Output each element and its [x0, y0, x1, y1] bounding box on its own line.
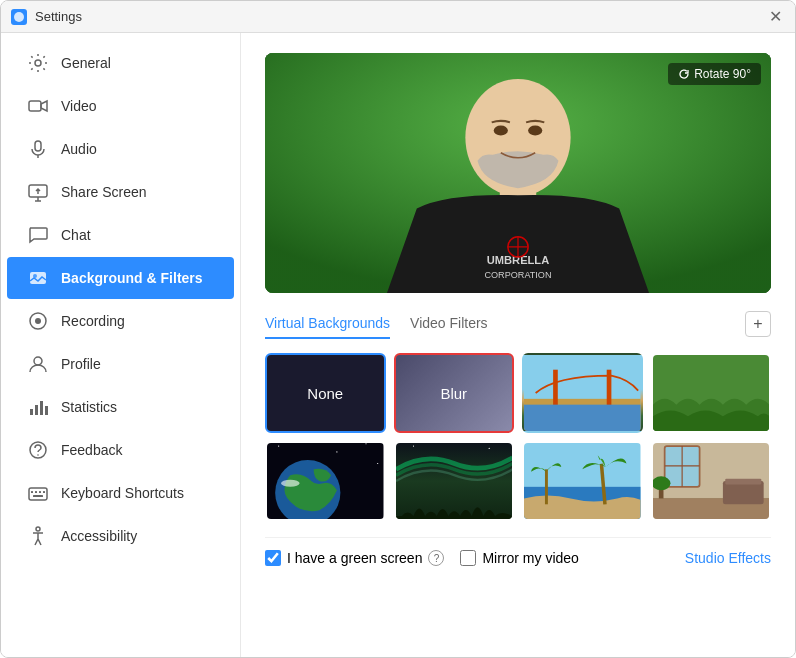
tab-virtual-backgrounds[interactable]: Virtual Backgrounds [265, 309, 390, 339]
add-background-button[interactable]: + [745, 311, 771, 337]
sidebar-label-profile: Profile [61, 356, 101, 372]
feedback-icon [27, 439, 49, 461]
sidebar-label-feedback: Feedback [61, 442, 122, 458]
svg-rect-19 [35, 491, 37, 493]
sidebar-label-recording: Recording [61, 313, 125, 329]
chat-icon [27, 224, 49, 246]
bridge-illustration [524, 355, 641, 431]
settings-window: Settings ✕ General [0, 0, 796, 658]
svg-rect-17 [29, 488, 47, 500]
svg-rect-35 [553, 370, 558, 411]
background-item-aurora[interactable] [394, 441, 515, 521]
footer-row: I have a green screen ? Mirror my video … [265, 537, 771, 566]
background-item-nature[interactable] [651, 353, 772, 433]
svg-rect-2 [29, 101, 41, 111]
title-bar: Settings ✕ [1, 1, 795, 33]
window-title: Settings [35, 9, 82, 24]
svg-rect-37 [524, 405, 641, 431]
svg-point-9 [35, 318, 41, 324]
mirror-video-group: Mirror my video [460, 550, 578, 566]
aurora-illustration [396, 443, 513, 519]
sidebar-item-profile[interactable]: Profile [7, 343, 234, 385]
svg-text:CORPORATION: CORPORATION [484, 270, 551, 280]
accessibility-icon [27, 525, 49, 547]
sidebar-item-recording[interactable]: Recording [7, 300, 234, 342]
sidebar-label-audio: Audio [61, 141, 97, 157]
content-area: UMBRELLA CORPORATION [241, 33, 795, 657]
sidebar-item-feedback[interactable]: Feedback [7, 429, 234, 471]
svg-rect-47 [396, 443, 513, 519]
tab-video-filters[interactable]: Video Filters [410, 309, 488, 339]
bg-blur-label: Blur [440, 385, 467, 402]
svg-point-16 [37, 454, 39, 456]
bg-none-label: None [307, 385, 343, 402]
sidebar-label-share-screen: Share Screen [61, 184, 147, 200]
svg-point-50 [488, 448, 489, 449]
room-illustration [653, 443, 770, 519]
sidebar-item-statistics[interactable]: Statistics [7, 386, 234, 428]
green-screen-help-icon[interactable]: ? [428, 550, 444, 566]
rotate-icon [678, 68, 690, 80]
beach-illustration [524, 443, 641, 519]
background-item-blur[interactable]: Blur [394, 353, 515, 433]
sidebar-item-share-screen[interactable]: Share Screen [7, 171, 234, 213]
svg-rect-12 [35, 405, 38, 415]
background-item-none[interactable]: None [265, 353, 386, 433]
audio-icon [27, 138, 49, 160]
title-bar-left: Settings [11, 9, 82, 25]
svg-rect-22 [33, 495, 43, 497]
video-icon [27, 95, 49, 117]
svg-point-40 [278, 445, 279, 446]
recording-icon [27, 310, 49, 332]
svg-point-1 [35, 60, 41, 66]
sidebar-item-background-filters[interactable]: Background & Filters [7, 257, 234, 299]
svg-point-23 [36, 527, 40, 531]
sidebar-label-chat: Chat [61, 227, 91, 243]
svg-rect-20 [39, 491, 41, 493]
sidebar-label-keyboard-shortcuts: Keyboard Shortcuts [61, 485, 184, 501]
svg-rect-62 [725, 479, 761, 485]
sidebar-item-keyboard-shortcuts[interactable]: Keyboard Shortcuts [7, 472, 234, 514]
svg-point-0 [14, 12, 24, 22]
mirror-video-checkbox[interactable] [460, 550, 476, 566]
svg-point-43 [365, 443, 366, 444]
main-content: General Video [1, 33, 795, 657]
sidebar-item-video[interactable]: Video [7, 85, 234, 127]
background-item-earth[interactable] [265, 441, 386, 521]
sidebar-item-general[interactable]: General [7, 42, 234, 84]
green-screen-checkbox[interactable] [265, 550, 281, 566]
sidebar-item-chat[interactable]: Chat [7, 214, 234, 256]
background-grid: None Blur [265, 353, 771, 521]
sidebar-label-accessibility: Accessibility [61, 528, 137, 544]
share-screen-icon [27, 181, 49, 203]
video-preview-inner: UMBRELLA CORPORATION [265, 53, 771, 293]
svg-point-44 [377, 463, 378, 464]
sidebar-label-background-filters: Background & Filters [61, 270, 203, 286]
nature-illustration [653, 355, 770, 431]
svg-rect-11 [30, 409, 33, 415]
gear-icon [27, 52, 49, 74]
svg-point-46 [281, 480, 300, 487]
earth-illustration [267, 443, 384, 519]
svg-rect-18 [31, 491, 33, 493]
video-preview: UMBRELLA CORPORATION [265, 53, 771, 293]
svg-rect-21 [43, 491, 45, 493]
background-item-room[interactable] [651, 441, 772, 521]
svg-point-48 [412, 445, 413, 446]
studio-effects-link[interactable]: Studio Effects [685, 550, 771, 566]
sidebar: General Video [1, 33, 241, 657]
green-screen-group: I have a green screen ? [265, 550, 444, 566]
sidebar-item-audio[interactable]: Audio [7, 128, 234, 170]
background-item-bridge[interactable] [522, 353, 643, 433]
green-screen-label: I have a green screen [287, 550, 422, 566]
rotate-button[interactable]: Rotate 90° [668, 63, 761, 85]
sidebar-item-accessibility[interactable]: Accessibility [7, 515, 234, 557]
sidebar-label-statistics: Statistics [61, 399, 117, 415]
mirror-video-label: Mirror my video [482, 550, 578, 566]
svg-point-32 [528, 125, 542, 135]
sidebar-label-general: General [61, 55, 111, 71]
svg-point-10 [34, 357, 42, 365]
svg-point-31 [494, 125, 508, 135]
close-button[interactable]: ✕ [765, 7, 785, 27]
background-item-beach[interactable] [522, 441, 643, 521]
